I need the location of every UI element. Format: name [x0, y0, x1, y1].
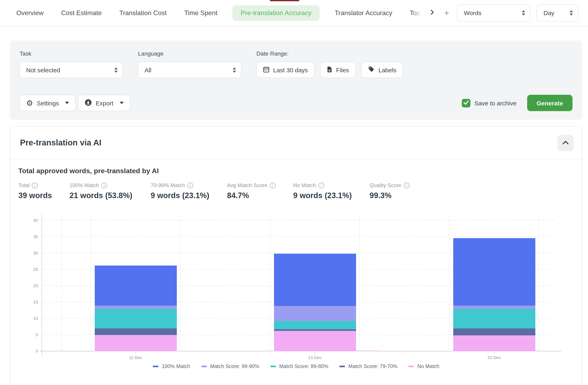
- tab-translator-accuracy[interactable]: Translator Accuracy: [335, 9, 392, 17]
- tab-top[interactable]: Top: [410, 9, 421, 17]
- bar-segment-15-dec[interactable]: [453, 305, 535, 309]
- files-button-label: Files: [336, 66, 349, 73]
- tab-tools: + Words Day: [427, 4, 578, 21]
- unit-select-value: Words: [464, 9, 482, 16]
- save-to-archive-checkbox[interactable]: [462, 99, 470, 107]
- y-tick-label: 5: [18, 332, 38, 337]
- chart-plot: [42, 216, 555, 351]
- v-gridline: [91, 216, 91, 351]
- report-tabbar: OverviewCost EstimateTranslation CostTim…: [0, 0, 588, 26]
- bar-segment-13-dec[interactable]: [274, 254, 356, 306]
- x-tick: [315, 351, 315, 353]
- stat-label: Total: [18, 182, 30, 188]
- legend-item-4[interactable]: No Match: [409, 364, 439, 369]
- generate-button[interactable]: Generate: [527, 95, 572, 111]
- legend-item-3[interactable]: Match Score: 79-70%: [339, 364, 397, 369]
- info-icon[interactable]: i: [318, 182, 324, 188]
- select-arrows-icon: [522, 10, 525, 16]
- bar-segment-14-dec[interactable]: [353, 351, 378, 351]
- date-range-group: Date Range: Last 30 days Files: [256, 50, 403, 78]
- add-tab-button[interactable]: +: [442, 7, 451, 19]
- stat-value: 99.3%: [370, 191, 410, 200]
- x-tick: [136, 351, 136, 353]
- settings-button[interactable]: ⚙ Settings: [20, 95, 76, 111]
- bar-segment-15-dec[interactable]: [453, 335, 535, 351]
- bar-segment-11-dec[interactable]: [95, 305, 177, 309]
- bar-segment-11-dec[interactable]: [95, 265, 177, 305]
- bar-segment-15-dec[interactable]: [453, 309, 535, 328]
- stat-total: Totali39 words: [18, 182, 69, 200]
- select-arrows-icon: [570, 10, 573, 16]
- files-button[interactable]: Files: [320, 62, 356, 78]
- unit-select[interactable]: Words: [457, 4, 530, 21]
- bar-segment-13-dec[interactable]: [274, 329, 356, 331]
- language-label: Language: [138, 50, 241, 57]
- file-icon: [327, 66, 332, 74]
- section-title: Total approved words, pre-translated by …: [18, 167, 574, 175]
- info-icon[interactable]: i: [102, 182, 107, 188]
- info-icon[interactable]: i: [32, 182, 38, 188]
- tabs-list: OverviewCost EstimateTranslation CostTim…: [16, 5, 421, 21]
- interval-select-value: Day: [544, 9, 554, 16]
- bar-segment-13-dec[interactable]: [274, 321, 356, 329]
- stat-avg-match-score: Avg Match Scorei84.7%: [227, 182, 293, 200]
- bar-segment-15-dec[interactable]: [453, 328, 535, 335]
- bar-segment-11-dec[interactable]: [95, 335, 177, 351]
- card-header: Pre-translation via AI: [10, 127, 582, 159]
- stat-100-match: 100% Matchi21 words (53.8%): [69, 182, 151, 200]
- bar-segment-13-dec[interactable]: [274, 306, 356, 321]
- bar-segment-13-dec[interactable]: [274, 331, 356, 351]
- bar-segment-11-dec[interactable]: [95, 328, 177, 335]
- interval-select[interactable]: Day: [537, 4, 578, 21]
- filters-row: Task Not selected Language All Date Rang…: [20, 50, 572, 78]
- x-tick-label: 15 Dec: [476, 355, 512, 360]
- tab-translation-cost[interactable]: Translation Cost: [119, 9, 167, 17]
- gear-icon: ⚙: [26, 99, 33, 107]
- chevron-right-icon: [429, 9, 435, 16]
- date-range-button[interactable]: Last 30 days: [256, 62, 315, 78]
- stat-label: Quality Score: [370, 182, 401, 188]
- collapse-card-button[interactable]: [557, 135, 574, 151]
- download-icon: [85, 99, 92, 107]
- v-gridline: [449, 216, 449, 351]
- bar-segment-15-dec[interactable]: [453, 238, 535, 305]
- info-icon[interactable]: i: [404, 182, 410, 188]
- v-gridline: [538, 216, 539, 351]
- tab-cost-estimate[interactable]: Cost Estimate: [61, 9, 102, 17]
- labels-button[interactable]: Labels: [361, 62, 403, 78]
- save-to-archive-label[interactable]: Save to archive: [474, 100, 517, 107]
- info-icon[interactable]: i: [270, 182, 276, 188]
- legend-item-1[interactable]: Match Score: 99-90%: [201, 364, 259, 369]
- calendar-icon: [263, 66, 270, 74]
- info-icon[interactable]: i: [188, 182, 193, 188]
- stat-70-99-match: 70-99% Matchi9 words (23.1%): [151, 182, 227, 200]
- select-arrows-icon: [233, 67, 236, 72]
- tab-time-spent[interactable]: Time Spent: [184, 9, 217, 17]
- stat-value: 9 words (23.1%): [293, 191, 370, 200]
- stats-row: Totali39 words100% Matchi21 words (53.8%…: [18, 182, 574, 200]
- language-select[interactable]: All: [138, 62, 241, 78]
- stat-value: 9 words (23.1%): [151, 191, 227, 200]
- legend-label: 100% Match: [162, 364, 190, 369]
- page: OverviewCost EstimateTranslation CostTim…: [0, 0, 588, 385]
- select-arrows-icon: [114, 67, 118, 72]
- task-select[interactable]: Not selected: [20, 62, 123, 78]
- chevron-down-icon: [119, 102, 124, 104]
- stat-value: 21 words (53.8%): [69, 191, 151, 200]
- legend-item-0[interactable]: 100% Match: [153, 364, 190, 369]
- chevron-up-icon: [562, 140, 569, 146]
- tab-overview[interactable]: Overview: [16, 9, 43, 17]
- bar-segment-11-dec[interactable]: [95, 309, 177, 328]
- pretranslation-card: Pre-translation via AI Total approved wo…: [10, 126, 582, 385]
- legend-item-2[interactable]: Match Score: 89-80%: [270, 364, 328, 369]
- legend-marker-icon: [201, 365, 207, 367]
- x-tick: [494, 351, 495, 353]
- tab-pre-translation-accuracy[interactable]: Pre-translation Accuracy: [232, 5, 320, 21]
- stat-value: 84.7%: [227, 191, 293, 200]
- date-range-label: Date Range:: [256, 50, 403, 57]
- stat-label: Avg Match Score: [227, 182, 268, 188]
- export-button[interactable]: Export: [78, 95, 130, 111]
- labels-button-label: Labels: [378, 66, 396, 73]
- tabs-scroll-right-button[interactable]: [427, 8, 436, 18]
- stat-no-match: No Matchi9 words (23.1%): [293, 182, 370, 200]
